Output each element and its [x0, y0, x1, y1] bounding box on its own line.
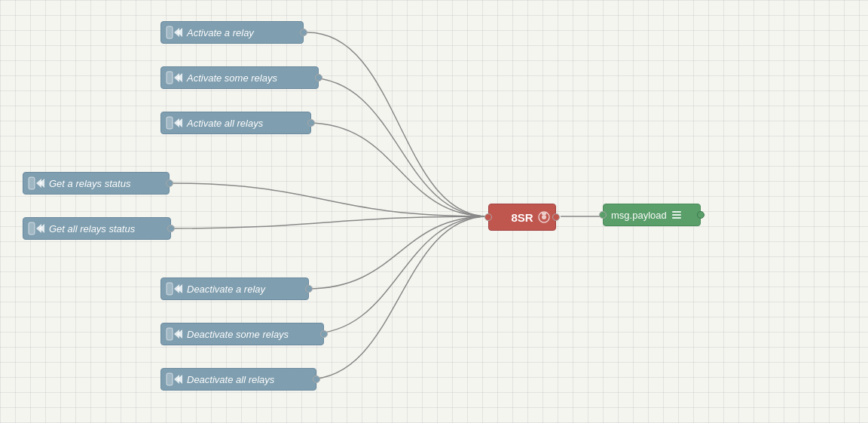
- output-port: [315, 74, 322, 81]
- output-msg-payload[interactable]: msg.payload: [603, 204, 701, 226]
- svg-point-25: [542, 215, 546, 219]
- output-port: [552, 213, 560, 221]
- node-label: Deactivate some relays: [187, 329, 289, 340]
- svg-rect-15: [167, 283, 173, 295]
- output-port: [320, 330, 328, 338]
- inject-get-relay-status[interactable]: Get a relays status: [23, 172, 170, 195]
- list-icon-svg: [671, 210, 682, 220]
- inject-arrows-icon: [166, 26, 182, 39]
- inject-icon: [166, 327, 182, 341]
- svg-rect-9: [29, 177, 35, 189]
- output-port: [307, 119, 315, 127]
- inject-icon: [28, 176, 44, 190]
- status-dot: [697, 211, 704, 219]
- inject-activate-some[interactable]: Activate some relays: [160, 66, 319, 89]
- inject-arrows-icon: [166, 116, 182, 130]
- output-port: [313, 375, 320, 383]
- inject-arrows-icon: [28, 176, 44, 190]
- node-label: Deactivate a relay: [187, 284, 265, 295]
- connection-lines: [0, 0, 868, 423]
- output-label: msg.payload: [611, 210, 667, 221]
- output-port: [300, 29, 307, 36]
- output-port: [166, 179, 173, 187]
- node-label: Get all relays status: [49, 223, 135, 234]
- svg-rect-0: [167, 26, 173, 38]
- node-label: Activate all relays: [187, 118, 263, 129]
- inject-icon: [166, 71, 182, 84]
- node-label: Deactivate all relays: [187, 374, 274, 385]
- inject-arrows-icon: [28, 222, 44, 235]
- svg-rect-3: [167, 72, 173, 84]
- node-label: Activate a relay: [187, 27, 254, 38]
- inject-activate-relay[interactable]: Activate a relay: [160, 21, 304, 44]
- output-port: [167, 225, 175, 232]
- inject-icon: [166, 372, 182, 386]
- svg-rect-28: [672, 214, 681, 216]
- inject-arrows-icon: [166, 372, 182, 386]
- inject-get-all-status[interactable]: Get all relays status: [23, 217, 171, 240]
- inject-icon: [166, 116, 182, 130]
- inject-deactivate-all[interactable]: Deactivate all relays: [160, 368, 316, 391]
- central-8sr-node[interactable]: 8SR: [488, 204, 556, 231]
- input-port: [484, 213, 492, 221]
- inject-deactivate-relay[interactable]: Deactivate a relay: [160, 277, 309, 300]
- inject-icon: [166, 26, 182, 39]
- input-port: [599, 211, 607, 219]
- svg-rect-6: [167, 117, 173, 129]
- inject-icon: [166, 282, 182, 296]
- svg-rect-26: [542, 213, 546, 215]
- svg-rect-21: [167, 373, 173, 385]
- output-port: [305, 285, 313, 293]
- inject-arrows-icon: [166, 327, 182, 341]
- node-label: Activate some relays: [187, 72, 277, 84]
- svg-rect-29: [672, 217, 681, 219]
- svg-rect-27: [672, 211, 681, 213]
- inject-deactivate-some[interactable]: Deactivate some relays: [160, 323, 324, 345]
- inject-icon: [28, 222, 44, 235]
- inject-arrows-icon: [166, 71, 182, 84]
- inject-activate-all[interactable]: Activate all relays: [160, 112, 311, 134]
- svg-rect-18: [167, 328, 173, 340]
- list-icon: [671, 210, 682, 220]
- node-label: Get a relays status: [49, 178, 130, 189]
- svg-rect-12: [29, 222, 35, 234]
- camera-icon: [537, 210, 551, 224]
- inject-arrows-icon: [166, 282, 182, 296]
